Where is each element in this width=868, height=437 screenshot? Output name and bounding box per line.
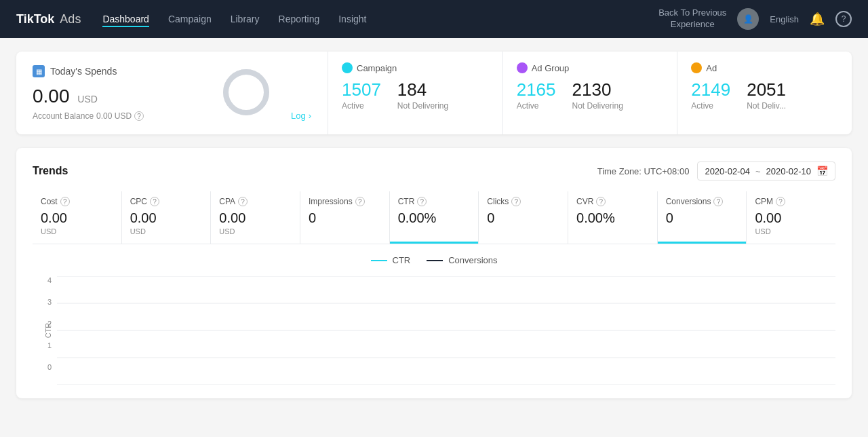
log-arrow-icon: › bbox=[309, 111, 311, 121]
ctr-legend-line bbox=[371, 260, 387, 261]
chart-svg bbox=[57, 276, 835, 385]
nav-library[interactable]: Library bbox=[231, 11, 260, 27]
trends-title: Trends bbox=[33, 165, 68, 177]
ad-not-delivering-stat: 2051 Not Deliv... bbox=[747, 80, 786, 111]
campaign-stats-card: Campaign 1507 Active 184 Not Delivering bbox=[328, 52, 503, 134]
ad-icon bbox=[691, 62, 702, 73]
cpa-info-icon[interactable]: ? bbox=[238, 197, 248, 206]
cpm-info-icon[interactable]: ? bbox=[776, 197, 785, 206]
brand-logo[interactable]: TikTok Ads bbox=[16, 12, 81, 26]
adgroup-not-delivering-stat: 2130 Not Delivering bbox=[572, 80, 623, 111]
nav-right: Back To Previous Experience 👤 English 🔔 … bbox=[658, 7, 852, 31]
adgroup-stats-card: Ad Group 2165 Active 2130 Not Delivering bbox=[503, 52, 678, 134]
conversions-info-icon[interactable]: ? bbox=[713, 197, 723, 206]
adgroup-active-stat: 2165 Active bbox=[517, 80, 556, 111]
metric-cost[interactable]: Cost ? 0.00 USD bbox=[33, 191, 122, 244]
conv-legend-label: Conversions bbox=[448, 255, 497, 265]
spends-icon: ▦ bbox=[33, 65, 45, 77]
help-icon[interactable]: ? bbox=[835, 11, 852, 27]
ad-stats-card: Ad 2149 Active 2051 Not Deliv... bbox=[677, 52, 852, 134]
date-from: 2020-02-04 bbox=[705, 166, 750, 176]
nav-dashboard[interactable]: Dashboard bbox=[102, 11, 149, 27]
trends-section: Trends Time Zone: UTC+08:00 2020-02-04 ~… bbox=[16, 148, 852, 398]
impressions-info-icon[interactable]: ? bbox=[355, 197, 365, 206]
adgroup-icon bbox=[517, 62, 528, 73]
ads-label: Ads bbox=[60, 12, 81, 26]
campaign-not-delivering-stat: 184 Not Delivering bbox=[397, 80, 448, 111]
nav-insight[interactable]: Insight bbox=[338, 11, 366, 27]
ad-stats-header: Ad bbox=[691, 62, 838, 73]
timezone-label: Time Zone: UTC+08:00 bbox=[597, 166, 690, 176]
metric-cpa[interactable]: CPA ? 0.00 USD bbox=[211, 191, 300, 244]
ctr-legend-label: CTR bbox=[393, 255, 411, 265]
cvr-info-icon[interactable]: ? bbox=[596, 197, 606, 206]
date-separator: ~ bbox=[755, 166, 761, 176]
chart-container: 4 3 2 1 0 CTR bbox=[33, 276, 835, 385]
svg-point-1 bbox=[226, 72, 267, 113]
ad-stats-row: 2149 Active 2051 Not Deliv... bbox=[691, 80, 838, 111]
ctr-info-icon[interactable]: ? bbox=[417, 197, 427, 206]
spends-card: ▦ Today's Spends 0.00 USD Account Balanc… bbox=[16, 52, 328, 134]
calendar-icon: 📅 bbox=[816, 166, 828, 176]
nav-links: Dashboard Campaign Library Reporting Ins… bbox=[102, 11, 366, 27]
legend-conversions: Conversions bbox=[427, 255, 497, 265]
conv-legend-line bbox=[427, 260, 443, 261]
legend-ctr: CTR bbox=[371, 255, 411, 265]
metric-conversions[interactable]: Conversions ? 0 bbox=[658, 191, 747, 244]
nav-reporting[interactable]: Reporting bbox=[279, 11, 320, 27]
metric-cpc[interactable]: CPC ? 0.00 USD bbox=[122, 191, 212, 244]
campaign-stats-header: Campaign bbox=[342, 62, 489, 73]
ad-active-stat: 2149 Active bbox=[691, 80, 730, 111]
conversions-highlight-bar bbox=[658, 242, 747, 244]
date-to: 2020-02-10 bbox=[766, 166, 812, 176]
campaign-icon bbox=[342, 62, 353, 73]
adgroup-stats-header: Ad Group bbox=[517, 62, 664, 73]
trends-header: Trends Time Zone: UTC+08:00 2020-02-04 ~… bbox=[33, 162, 835, 180]
clicks-info-icon[interactable]: ? bbox=[511, 197, 521, 206]
date-range-picker[interactable]: 2020-02-04 ~ 2020-02-10 📅 bbox=[697, 162, 835, 180]
metric-cvr[interactable]: CVR ? 0.00% bbox=[568, 191, 658, 244]
metrics-table: Cost ? 0.00 USD CPC ? 0.00 USD CPA ? bbox=[33, 191, 835, 244]
balance-info-icon[interactable]: ? bbox=[134, 111, 144, 121]
cpc-info-icon[interactable]: ? bbox=[150, 197, 159, 206]
campaign-stats-row: 1507 Active 184 Not Delivering bbox=[342, 80, 489, 111]
metric-ctr[interactable]: CTR ? 0.00% bbox=[390, 191, 479, 244]
adgroup-stats-row: 2165 Active 2130 Not Delivering bbox=[517, 80, 664, 111]
campaign-active-stat: 1507 Active bbox=[342, 80, 381, 111]
navbar: TikTok Ads Dashboard Campaign Library Re… bbox=[0, 0, 868, 38]
language-selector[interactable]: English bbox=[770, 14, 799, 24]
user-avatar[interactable]: 👤 bbox=[737, 8, 759, 30]
main-content: ▦ Today's Spends 0.00 USD Account Balanc… bbox=[0, 38, 868, 412]
trends-controls: Time Zone: UTC+08:00 2020-02-04 ~ 2020-0… bbox=[597, 162, 835, 180]
back-to-prev-button[interactable]: Back To Previous Experience bbox=[658, 7, 726, 31]
ctr-highlight-bar bbox=[390, 242, 479, 244]
notification-bell-icon[interactable]: 🔔 bbox=[810, 12, 825, 26]
metric-cpm[interactable]: CPM ? 0.00 USD bbox=[747, 191, 835, 244]
chart-svg-container: CTR bbox=[57, 276, 835, 385]
spends-donut-chart bbox=[219, 65, 273, 119]
cards-row: ▦ Today's Spends 0.00 USD Account Balanc… bbox=[16, 52, 852, 134]
metric-clicks[interactable]: Clicks ? 0 bbox=[479, 191, 568, 244]
spends-title: Today's Spends bbox=[50, 66, 117, 77]
nav-campaign[interactable]: Campaign bbox=[168, 11, 212, 27]
ctr-y-axis-label: CTR bbox=[44, 323, 52, 339]
log-link[interactable]: Log › bbox=[291, 111, 311, 121]
tiktok-label: TikTok bbox=[16, 12, 54, 26]
chart-legend: CTR Conversions bbox=[33, 255, 835, 265]
cost-info-icon[interactable]: ? bbox=[60, 197, 70, 206]
metric-impressions[interactable]: Impressions ? 0 bbox=[300, 191, 390, 244]
